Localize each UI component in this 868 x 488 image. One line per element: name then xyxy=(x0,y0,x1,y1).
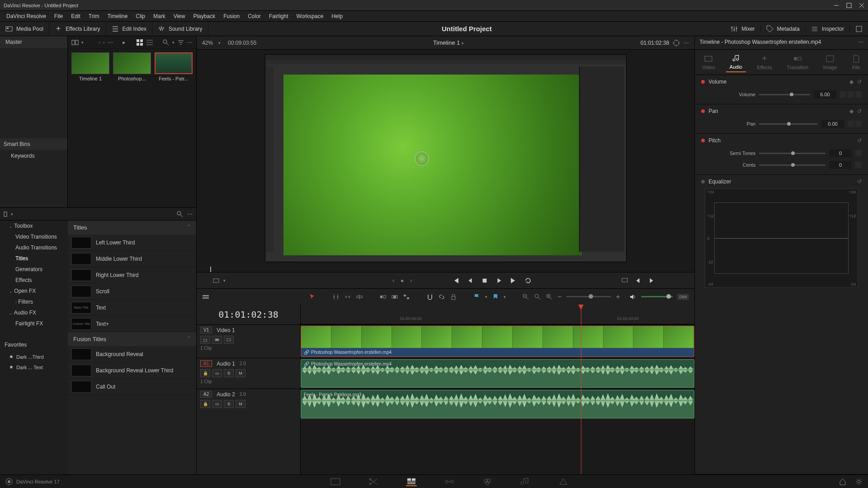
reset-icon[interactable]: ↺ xyxy=(857,79,862,85)
zoom-fit-icon[interactable] xyxy=(522,293,529,300)
zoom-in-button[interactable]: + xyxy=(616,293,620,301)
chevron-down-icon[interactable]: ▾ xyxy=(504,295,506,299)
reset-icon[interactable] xyxy=(855,150,862,156)
title-item[interactable]: Custom TitleText+ xyxy=(68,316,196,332)
prev-frame-button[interactable] xyxy=(466,277,474,285)
mark-in-button[interactable] xyxy=(647,277,656,285)
list-view-icon[interactable] xyxy=(146,39,153,46)
chevron-down-icon[interactable]: ▾ xyxy=(11,212,13,216)
search-icon[interactable] xyxy=(162,39,170,46)
lock-icon[interactable] xyxy=(450,293,457,300)
maximize-icon[interactable] xyxy=(846,3,852,8)
title-item[interactable]: Basic TitleText xyxy=(68,300,196,316)
enable-dot[interactable] xyxy=(701,109,705,113)
tree-openfx[interactable]: ⌄ Open FX xyxy=(0,286,68,296)
reset-icon[interactable] xyxy=(855,91,862,98)
reset-icon[interactable]: ↺ xyxy=(857,108,862,114)
chevron-down-icon[interactable]: ▾ xyxy=(172,40,175,45)
semitones-slider[interactable] xyxy=(759,153,826,154)
more-icon[interactable]: ⋯ xyxy=(858,39,863,45)
edit-index-toggle[interactable]: Edit Index xyxy=(106,22,152,36)
next-frame-button[interactable] xyxy=(509,277,518,285)
menu-clip[interactable]: Clip xyxy=(132,12,149,21)
enable-dot[interactable] xyxy=(701,180,705,183)
cents-value[interactable]: 0 xyxy=(829,161,852,169)
menu-fusion[interactable]: Fusion xyxy=(220,12,243,21)
audio-track-2[interactable]: Feels - Patrick Patrikios.mp3 xyxy=(301,389,694,419)
volume-slider[interactable] xyxy=(641,296,673,297)
stop-button[interactable] xyxy=(481,277,489,285)
zoom-out-button[interactable]: − xyxy=(557,293,561,301)
lock-track-icon[interactable]: 🔒 xyxy=(200,400,210,408)
selection-tool-icon[interactable] xyxy=(309,293,316,300)
prev-keyframe-icon[interactable]: ‹ xyxy=(392,277,394,284)
tab-transition[interactable]: Transition xyxy=(783,53,812,72)
reset-icon[interactable]: ↺ xyxy=(857,178,862,185)
menu-timeline[interactable]: Timeline xyxy=(104,12,131,21)
auto-select-icon[interactable]: ▭ xyxy=(212,400,222,408)
video-clip[interactable]: 🔗Photoshop Wassertropfen erstellen.mp4 xyxy=(301,326,694,357)
mute-button[interactable]: M xyxy=(236,400,245,408)
match-frame-icon[interactable] xyxy=(621,277,628,284)
volume-slider[interactable] xyxy=(759,94,810,95)
search-icon[interactable] xyxy=(176,211,184,218)
menu-fairlight[interactable]: Fairlight xyxy=(265,12,292,21)
tree-fairlight[interactable]: Fairlight FX xyxy=(0,318,68,329)
snap-icon[interactable] xyxy=(426,293,434,300)
mark-out-button[interactable] xyxy=(634,277,642,285)
overlay-icon[interactable] xyxy=(212,277,220,284)
clip-thumbnail[interactable]: Photoshop... xyxy=(113,52,151,81)
deliver-page-icon[interactable] xyxy=(558,477,569,486)
bin-master[interactable]: Master xyxy=(0,36,67,48)
nav-next-icon[interactable]: › xyxy=(103,39,105,46)
replace-clip-icon[interactable] xyxy=(403,293,410,300)
tree-audiofx[interactable]: ⌄ Audio FX xyxy=(0,307,68,318)
track-badge[interactable]: A1 xyxy=(200,360,212,367)
tree-effects[interactable]: Effects xyxy=(0,275,68,286)
chevron-down-icon[interactable]: ▾ xyxy=(485,295,487,299)
more-icon[interactable]: ⋯ xyxy=(684,40,689,46)
disable-track-icon[interactable] xyxy=(224,336,234,344)
clip-thumbnail[interactable]: Timeline 1 xyxy=(71,52,109,81)
more-icon[interactable]: ⋯ xyxy=(187,211,193,217)
audio-track-1[interactable]: 🔗Photoshop Wassertropfen erstellen.mp4 xyxy=(301,358,694,389)
title-item[interactable]: Right Lower Third xyxy=(68,267,196,283)
menu-color[interactable]: Color xyxy=(244,12,264,21)
menu-file[interactable]: File xyxy=(51,12,66,21)
favorite-item[interactable]: ★Dark ...Third xyxy=(0,352,68,362)
bin-keywords[interactable]: Keywords xyxy=(0,150,67,162)
nav-prev-icon[interactable]: ‹ xyxy=(99,39,100,46)
smart-bins-header[interactable]: Smart Bins xyxy=(0,138,67,150)
lock-track-icon[interactable]: 🔒 xyxy=(200,369,210,377)
expand-button[interactable] xyxy=(850,25,868,33)
sound-library-toggle[interactable]: Sound Library xyxy=(152,22,208,36)
mixer-toggle[interactable]: Mixer xyxy=(725,25,760,33)
dynamic-trim-icon[interactable] xyxy=(344,293,351,300)
pan-slider[interactable] xyxy=(759,123,818,125)
keyframe-icon[interactable]: ◆ xyxy=(849,108,854,114)
tree-generators[interactable]: Generators xyxy=(0,264,68,275)
tree-filters[interactable]: › Filters xyxy=(0,296,68,307)
next-keyframe-icon[interactable]: › xyxy=(410,277,412,284)
add-key-icon[interactable] xyxy=(848,121,854,127)
equalizer-graph[interactable]: +24 +24 +12 +12 0 -12 -24 -24 xyxy=(705,188,858,288)
keyframe-icon[interactable]: ◆ xyxy=(849,79,854,85)
menu-view[interactable]: View xyxy=(170,12,189,21)
thumbnail-view-icon[interactable] xyxy=(136,39,143,46)
prev-key-icon[interactable] xyxy=(840,91,846,98)
cut-page-icon[interactable] xyxy=(368,477,379,486)
menu-edit[interactable]: Edit xyxy=(67,12,84,21)
clip-thumbnail[interactable]: Feels - Patr... xyxy=(155,52,193,81)
record-icon[interactable]: ● xyxy=(122,39,125,46)
auto-select-icon[interactable]: ▭ xyxy=(212,369,222,377)
minimize-icon[interactable] xyxy=(834,3,839,8)
title-item[interactable]: Call Out xyxy=(68,379,196,395)
more-icon[interactable]: ⋯ xyxy=(187,39,193,46)
menu-help[interactable]: Help xyxy=(328,12,346,21)
timeline-options-icon[interactable] xyxy=(202,293,209,300)
gear-icon[interactable] xyxy=(855,478,863,485)
solo-button[interactable]: S xyxy=(224,400,234,408)
trim-tool-icon[interactable] xyxy=(332,293,340,300)
panel-layout-icon[interactable] xyxy=(4,211,11,218)
viewer-scrubber[interactable] xyxy=(197,267,694,272)
